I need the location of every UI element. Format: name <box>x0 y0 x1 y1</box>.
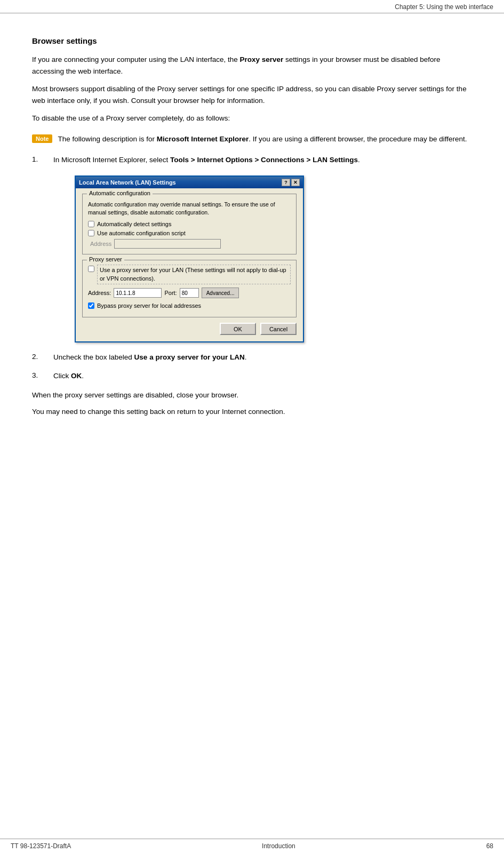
step-3-number: 3. <box>32 371 53 379</box>
dialog-title: Local Area Network (LAN) Settings <box>79 179 176 186</box>
proxy-address-label: Address: <box>88 290 111 296</box>
page-footer: TT 98-123571-DraftA Introduction 68 <box>0 839 504 853</box>
auto-config-script-label: Use automatic configuration script <box>97 230 186 236</box>
auto-config-label: Automatic configuration <box>87 190 153 196</box>
use-proxy-label: Use a proxy server for your LAN (These s… <box>97 265 291 284</box>
address-row: Address <box>90 239 291 249</box>
lan-settings-dialog: Local Area Network (LAN) Settings ? ✕ Au… <box>75 176 304 342</box>
note-box: Note The following description is for Mi… <box>32 134 472 145</box>
port-input[interactable] <box>180 288 199 298</box>
footer-right: 68 <box>486 842 493 850</box>
note-badge: Note <box>32 134 52 143</box>
step-2: 2. Uncheck the box labeled Use a proxy s… <box>32 352 472 363</box>
auto-config-script-row: Use automatic configuration script <box>88 230 291 236</box>
step-3: 3. Click OK. <box>32 371 472 382</box>
step-3-text: Click OK. <box>53 371 84 382</box>
section-title: Browser settings <box>32 36 472 45</box>
chapter-header: Chapter 5: Using the web interface <box>0 0 504 13</box>
auto-config-script-checkbox[interactable] <box>88 230 94 236</box>
ok-button[interactable]: OK <box>220 323 256 335</box>
paragraph-2: Most browsers support disabling of the P… <box>32 83 472 106</box>
proxy-address-input[interactable] <box>114 288 162 298</box>
address-input[interactable] <box>114 239 221 249</box>
dialog-body: Automatic configuration Automatic config… <box>76 188 303 341</box>
bypass-label: Bypass proxy server for local addresses <box>97 302 201 309</box>
paragraph-1: If you are connecting your computer usin… <box>32 54 472 77</box>
chapter-title: Chapter 5: Using the web interface <box>395 3 493 11</box>
footer-left: TT 98-123571-DraftA <box>11 842 71 850</box>
proxy-server-group: Proxy server Use a proxy server for your… <box>82 260 297 317</box>
footer-center: Introduction <box>262 842 295 850</box>
auto-detect-label: Automatically detect settings <box>97 221 171 227</box>
auto-detect-checkbox[interactable] <box>88 221 94 227</box>
note-text: The following description is for Microso… <box>58 134 467 145</box>
proxy-address-row: Address: Port: Advanced... <box>88 288 291 298</box>
step-2-number: 2. <box>32 352 53 361</box>
step-1: 1. In Microsoft Internet Explorer, selec… <box>32 155 472 166</box>
closing-text-2: You may need to change this setting back… <box>32 406 472 418</box>
proxy-checkbox-row: Use a proxy server for your LAN (These s… <box>88 265 291 284</box>
bypass-row: Bypass proxy server for local addresses <box>88 302 291 309</box>
port-label: Port: <box>164 290 177 296</box>
bypass-checkbox[interactable] <box>88 302 94 309</box>
close-button[interactable]: ✕ <box>291 179 300 186</box>
titlebar-buttons: ? ✕ <box>282 179 300 186</box>
step-1-text: In Microsoft Internet Explorer, select T… <box>53 155 360 166</box>
cancel-button[interactable]: Cancel <box>260 323 297 335</box>
auto-detect-row: Automatically detect settings <box>88 221 291 227</box>
address-label: Address <box>90 241 111 247</box>
auto-config-group: Automatic configuration Automatic config… <box>82 194 297 254</box>
step-1-number: 1. <box>32 155 53 163</box>
use-proxy-checkbox[interactable] <box>88 266 94 272</box>
step-2-text: Uncheck the box labeled Use a proxy serv… <box>53 352 246 363</box>
advanced-button[interactable]: Advanced... <box>202 288 239 298</box>
dialog-screenshot: Local Area Network (LAN) Settings ? ✕ Au… <box>75 176 304 342</box>
dialog-action-buttons: OK Cancel <box>82 323 297 335</box>
dialog-titlebar: Local Area Network (LAN) Settings ? ✕ <box>76 177 303 188</box>
closing-text-1: When the proxy server settings are disab… <box>32 389 472 401</box>
proxy-group-label: Proxy server <box>87 256 124 262</box>
auto-config-description: Automatic configuration may override man… <box>88 201 291 217</box>
help-button[interactable]: ? <box>282 179 290 186</box>
paragraph-3: To disable the use of a Proxy server com… <box>32 113 472 124</box>
